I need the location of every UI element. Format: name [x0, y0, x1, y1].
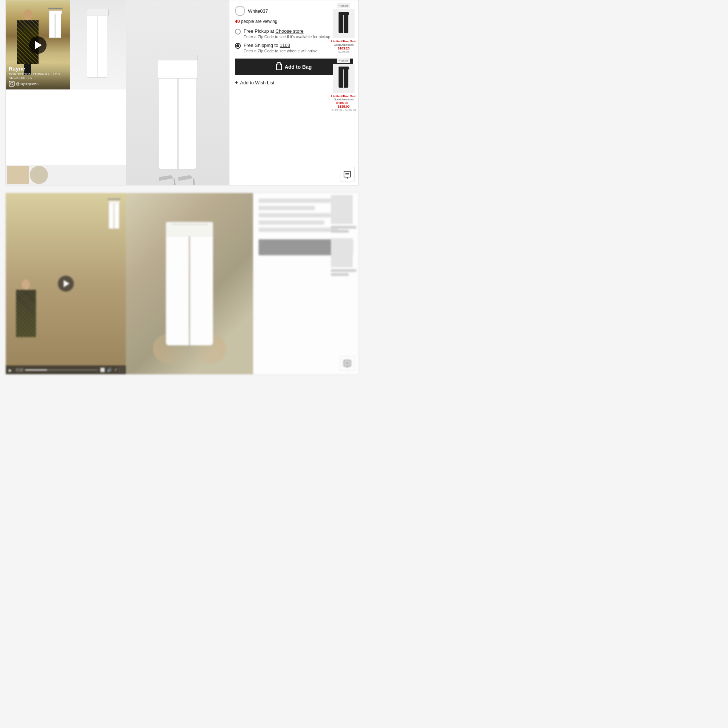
blurred-side-text-2	[331, 230, 349, 233]
pants-silhouette	[87, 9, 109, 81]
product-section-1: Rayne NORDSTROM TOPANGA | LOS ANGELES, L…	[5, 0, 359, 185]
blurred-side-img-2	[331, 238, 353, 267]
stylist-info: Rayne NORDSTROM TOPANGA | LOS ANGELES, L…	[6, 63, 70, 89]
chat-button-2[interactable]	[340, 356, 355, 370]
add-to-bag-label: Add to Bag	[285, 64, 312, 70]
jeans-leg-right	[178, 78, 196, 170]
pants-thumbnail[interactable]	[70, 0, 126, 89]
blurred-line-1	[258, 199, 334, 203]
product-section-2: 0:10 ⬜ 🔊 ↗ ⛶	[5, 193, 359, 375]
side-product-img-1	[333, 9, 355, 38]
brand-1: Good American	[331, 43, 356, 47]
plus-icon: +	[235, 80, 238, 86]
wishlist-label: Add to Wish List	[240, 80, 274, 86]
mini-leg-left-1	[338, 15, 343, 33]
mini-waist-2	[338, 67, 349, 69]
large-leg-left	[166, 236, 189, 346]
pickup-sub: Enter a Zip Code to see if it's availabl…	[244, 35, 331, 39]
instagram-handle: @rayneparvis	[16, 82, 38, 86]
stylist-video-thumb[interactable]: Rayne NORDSTROM TOPANGA | LOS ANGELES, L…	[6, 0, 70, 89]
limited-label-1: Limited-Time Sale	[331, 40, 356, 43]
play-button[interactable]	[29, 37, 47, 54]
stylist-store: NORDSTROM TOPANGA | LOS ANGELES, LA	[9, 72, 67, 80]
large-pants-background	[126, 193, 253, 374]
blurred-play-btn[interactable]	[58, 275, 74, 292]
blurred-side-text-4	[331, 273, 349, 276]
jeans-legs	[141, 78, 214, 170]
blurred-video-frame	[6, 193, 126, 374]
popular-badge-1: Popular	[337, 3, 350, 8]
mini-legs-2	[338, 69, 349, 88]
stylist-name: Rayne	[9, 66, 67, 72]
jeans-leg-left	[159, 78, 177, 170]
limited-label-2: Limited-Time Sale	[331, 95, 356, 98]
pickup-label: Free Pickup at Choose store	[244, 28, 331, 34]
stylist-head	[23, 9, 32, 20]
mini-leg-left-2	[338, 69, 343, 88]
zip-code-link[interactable]: 1103	[280, 43, 290, 48]
mini-pants-2	[338, 67, 349, 90]
shipping-label: Free Shipping to 1103	[244, 43, 318, 48]
jeans-waistband	[158, 55, 198, 60]
shipping-radio[interactable]	[235, 43, 241, 49]
model-container	[141, 55, 214, 185]
volume-icon[interactable]: 🔊	[107, 368, 112, 372]
blurred-video-panel: 0:10 ⬜ 🔊 ↗ ⛶	[6, 193, 126, 374]
blurred-side-1	[331, 195, 356, 233]
instagram-icon	[9, 81, 15, 87]
blurred-line-2	[258, 206, 315, 210]
bag-icon	[276, 64, 282, 70]
video-progress-bar[interactable]	[25, 369, 98, 370]
thumb-1[interactable]	[7, 166, 29, 184]
pants-leg-right	[97, 16, 107, 78]
side-product-2[interactable]: Popular Limited-Time Sale Good American	[331, 57, 356, 112]
orig-price-1: $129.00	[331, 50, 356, 54]
pickup-radio[interactable]	[235, 29, 241, 35]
share-icon[interactable]: ↗	[114, 368, 117, 372]
brand-2: Good American	[331, 98, 356, 101]
large-pants-panel	[126, 193, 253, 374]
blurred-side-text-1	[331, 226, 356, 229]
blurred-side-products	[329, 193, 358, 283]
pickup-label-text: Free Pickup at	[244, 28, 274, 34]
video-progress-fill	[25, 369, 47, 370]
thumb-model[interactable]	[30, 166, 48, 184]
blurred-side-2	[331, 238, 356, 276]
color-swatch-white[interactable]	[235, 6, 245, 16]
mini-leg-right-2	[344, 69, 349, 88]
pants-on-rack	[48, 8, 63, 44]
mini-pants-1	[338, 12, 349, 36]
shipping-label-text: Free Shipping to	[244, 43, 278, 48]
heel-left	[159, 171, 177, 185]
side-pants-2	[333, 64, 355, 93]
mini-legs-1	[338, 15, 349, 33]
viewing-text: people are viewing	[241, 19, 277, 24]
product-background	[126, 0, 229, 185]
color-name: White037	[248, 8, 268, 14]
popular-badge-2: Popular	[337, 58, 350, 63]
chat-button[interactable]	[340, 167, 355, 182]
jeans-hips	[158, 60, 198, 78]
blurred-side-text-3	[331, 269, 356, 272]
chat-icon	[344, 171, 351, 177]
side-products-panel: Popular Limited-Time Sale Good American	[329, 0, 358, 113]
video-time: 0:10	[16, 368, 23, 372]
heel-right	[178, 171, 196, 185]
stylist-instagram: @rayneparvis	[9, 81, 67, 87]
orig-price-2: $119.00 – $135.00	[331, 109, 356, 112]
mini-leg-right-1	[344, 15, 349, 33]
large-waist	[166, 222, 213, 236]
side-product-1[interactable]: Popular Limited-Time Sale Good American	[331, 2, 356, 54]
side-pants-1	[333, 9, 355, 38]
choose-store-link[interactable]: Choose store	[275, 28, 303, 34]
video-play-icon[interactable]	[9, 367, 14, 372]
blurred-line-4	[258, 220, 324, 225]
pants-body	[87, 16, 109, 78]
captions-icon[interactable]: ⬜	[100, 368, 105, 372]
pants-waist	[87, 9, 109, 16]
video-control-icons: ⬜ 🔊 ↗ ⛶	[100, 368, 123, 372]
chat-icon-2	[344, 360, 351, 367]
model-photo-panel	[126, 0, 229, 185]
heels-container	[141, 171, 214, 185]
fullscreen-icon[interactable]: ⛶	[119, 368, 123, 372]
